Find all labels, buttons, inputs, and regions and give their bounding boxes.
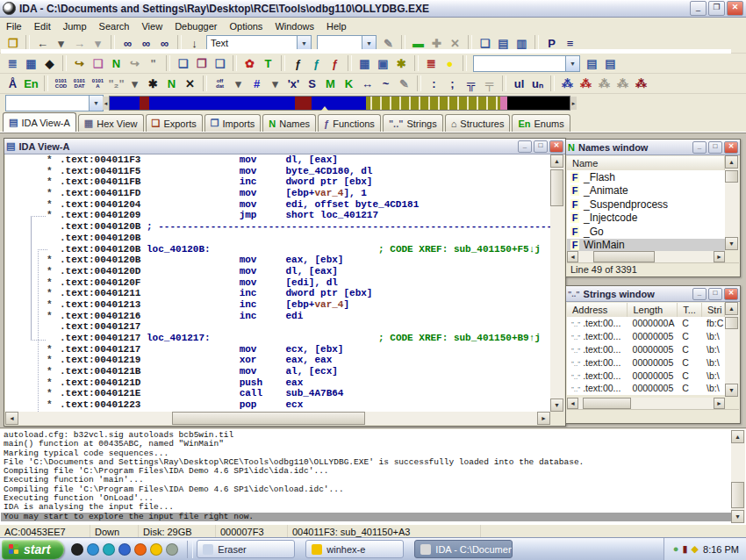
names-maximize-button[interactable]: □ bbox=[708, 141, 722, 154]
callgraph-darkred-icon[interactable]: ⁂ bbox=[632, 75, 650, 92]
jump-string-icon[interactable]: " bbox=[144, 54, 162, 72]
unicode-un-icon[interactable]: uₙ bbox=[528, 75, 547, 92]
scroll-left-icon[interactable]: ◄ bbox=[567, 398, 578, 409]
strings-header[interactable]: AddressLengthT...Stri bbox=[567, 303, 725, 318]
disasm-line[interactable]: .text:0040120B bbox=[5, 233, 550, 244]
scroll-right-icon[interactable]: ► bbox=[714, 251, 725, 262]
scroll-right-icon[interactable]: ► bbox=[537, 412, 550, 425]
strings-row[interactable]: "..".text:00...00000005C\b:\ bbox=[567, 369, 725, 382]
data-code-icon[interactable]: 0101COD bbox=[52, 75, 70, 92]
task-button-winhex-e[interactable]: winhex-e bbox=[305, 540, 404, 558]
menu-item-help[interactable]: Help bbox=[320, 20, 353, 32]
vscroll-thumb[interactable] bbox=[731, 482, 744, 508]
strings-titlebar[interactable]: ".." Strings window _ □ ✕ bbox=[566, 286, 740, 302]
strings-column-address[interactable]: Address bbox=[567, 303, 628, 317]
launch-firefox-icon[interactable] bbox=[134, 543, 147, 556]
vscroll-thumb[interactable] bbox=[725, 317, 738, 329]
tab-structures[interactable]: ⌂Structures bbox=[445, 114, 511, 132]
callgraph-red-icon[interactable]: ⁂ bbox=[577, 75, 595, 92]
disasm-line[interactable]: *.text:00401204 mov edi, offset byte_4CD… bbox=[5, 199, 550, 211]
launch-music-icon[interactable] bbox=[166, 543, 178, 556]
jump-name-icon[interactable]: N bbox=[107, 54, 126, 72]
navband-combo[interactable]: ▼ bbox=[5, 95, 104, 111]
semicolon-icon[interactable]: ; bbox=[443, 75, 462, 92]
tab-imports[interactable]: ❐Imports bbox=[204, 114, 262, 132]
disasm-line[interactable]: .text:00401217 bbox=[5, 321, 550, 333]
names-column-name[interactable]: Name bbox=[567, 156, 725, 170]
disasm-line[interactable]: *.text:00401223 pop ecx bbox=[5, 399, 550, 411]
ida-view-hscrollbar[interactable]: ◄ ► bbox=[5, 412, 550, 425]
scroll-up-icon[interactable]: ▲ bbox=[725, 302, 738, 315]
copy-window-icon[interactable]: ❏ bbox=[174, 54, 192, 72]
gear-icon[interactable]: ✱ bbox=[392, 54, 411, 72]
offset-dropdown-icon[interactable]: ▾ bbox=[229, 75, 247, 92]
strings-minimize-button[interactable]: _ bbox=[692, 288, 707, 300]
demangle-icon[interactable]: Å bbox=[4, 75, 22, 92]
jump-problem-icon[interactable]: ↪ bbox=[126, 54, 144, 72]
strings-column-stri[interactable]: Stri bbox=[702, 303, 725, 317]
stack-k-icon[interactable]: K bbox=[340, 75, 358, 92]
ida-view-titlebar[interactable]: ▤ IDA View-A _ □ ✕ bbox=[4, 139, 565, 154]
names-titlebar[interactable]: N Names window _ □ ✕ bbox=[566, 140, 740, 155]
edit-pen-icon[interactable]: ✎ bbox=[395, 75, 413, 92]
disasm-line[interactable]: *.text:004011F3 mov dl, [eax] bbox=[5, 154, 550, 166]
minimize-button[interactable]: _ bbox=[690, 1, 707, 16]
names-minimize-button[interactable]: _ bbox=[692, 141, 707, 154]
ida-app-icon[interactable] bbox=[3, 2, 16, 15]
disasm-line[interactable]: *.text:0040121E call sub_4A7B64 bbox=[5, 388, 550, 399]
tab-enums[interactable]: EnEnums bbox=[512, 114, 570, 132]
navigation-band[interactable]: ◄ ► bbox=[109, 96, 570, 111]
script-run-icon[interactable]: ≣ bbox=[422, 54, 441, 72]
names-item[interactable]: F_Suspendprocess bbox=[567, 197, 725, 212]
names-hscrollbar[interactable]: ◄ ► bbox=[567, 251, 725, 262]
offset-dat-icon[interactable]: offdat bbox=[211, 75, 229, 92]
calculator-icon[interactable]: ▦ bbox=[355, 54, 374, 72]
menu-item-jump[interactable]: Jump bbox=[57, 20, 93, 32]
launch-q-icon[interactable] bbox=[103, 543, 115, 556]
chevron-down-icon[interactable]: ▼ bbox=[89, 96, 103, 111]
flower-icon[interactable]: ✿ bbox=[240, 54, 259, 72]
disasm-line[interactable]: *.text:004011FB inc dword ptr [ebx] bbox=[5, 176, 550, 188]
hscroll-thumb[interactable] bbox=[583, 398, 631, 409]
output-vscrollbar[interactable]: ▲ ▼ bbox=[731, 430, 745, 523]
complement-icon[interactable]: ~ bbox=[377, 75, 395, 92]
navband-right-arrow-icon[interactable]: ► bbox=[570, 97, 577, 110]
hscroll-thumb[interactable] bbox=[172, 412, 365, 425]
names-header[interactable]: Name bbox=[567, 156, 725, 171]
diamond-icon[interactable]: ◆ bbox=[40, 54, 59, 72]
strings-hscrollbar[interactable]: ◄ ► bbox=[567, 398, 725, 409]
navband-left-arrow-icon[interactable]: ◄ bbox=[103, 97, 109, 110]
menu-item-view[interactable]: View bbox=[135, 20, 169, 32]
tray-shield-icon[interactable]: ◆ bbox=[692, 544, 699, 554]
scroll-up-icon[interactable]: ▲ bbox=[725, 155, 738, 169]
vscroll-thumb[interactable] bbox=[550, 169, 563, 206]
menu-item-debugger[interactable]: Debugger bbox=[169, 20, 223, 32]
ida-view-maximize-button[interactable]: □ bbox=[534, 140, 548, 153]
undefine-x-icon[interactable]: ✕ bbox=[181, 75, 199, 92]
script-icon[interactable]: ≣ bbox=[4, 54, 22, 72]
launch-1-icon[interactable] bbox=[71, 543, 83, 556]
disasm-line[interactable]: *.text:00401219 xor eax, eax bbox=[5, 355, 550, 366]
tree-up-icon[interactable]: ╦ bbox=[462, 75, 480, 92]
names-item[interactable]: F_Animate bbox=[567, 184, 725, 198]
disasm-line[interactable]: *.text:00401216 inc edi bbox=[5, 311, 550, 322]
start-button[interactable]: start bbox=[2, 540, 64, 559]
ida-view-minimize-button[interactable]: _ bbox=[518, 140, 532, 153]
scroll-right-icon[interactable]: ► bbox=[714, 398, 725, 409]
launch-ie-icon[interactable] bbox=[118, 543, 131, 556]
disasm-line[interactable]: *.text:00401209 jmp short loc_401217 bbox=[5, 210, 550, 221]
launch-media-icon[interactable] bbox=[87, 543, 99, 556]
strings-maximize-button[interactable]: □ bbox=[708, 288, 722, 300]
chevron-down-icon[interactable]: ▼ bbox=[565, 56, 579, 71]
names-item[interactable]: F_Injectcode bbox=[567, 212, 725, 226]
star-icon[interactable]: ✱ bbox=[144, 75, 162, 92]
callgraph-gray2-icon[interactable]: ⁂ bbox=[613, 75, 632, 92]
names-vscrollbar[interactable]: ▲ ▼ bbox=[725, 155, 739, 250]
print-setup-icon[interactable]: ▤ bbox=[601, 54, 620, 72]
close-button[interactable]: ✕ bbox=[727, 1, 743, 16]
disassembly-listing[interactable]: *.text:004011F3 mov dl, [eax]*.text:0040… bbox=[5, 154, 550, 412]
scroll-down-icon[interactable]: ▼ bbox=[731, 510, 744, 523]
strings-column-t[interactable]: T... bbox=[678, 303, 702, 317]
print-icon[interactable]: ▤ bbox=[583, 54, 601, 72]
text-view-icon[interactable]: T bbox=[259, 54, 277, 72]
